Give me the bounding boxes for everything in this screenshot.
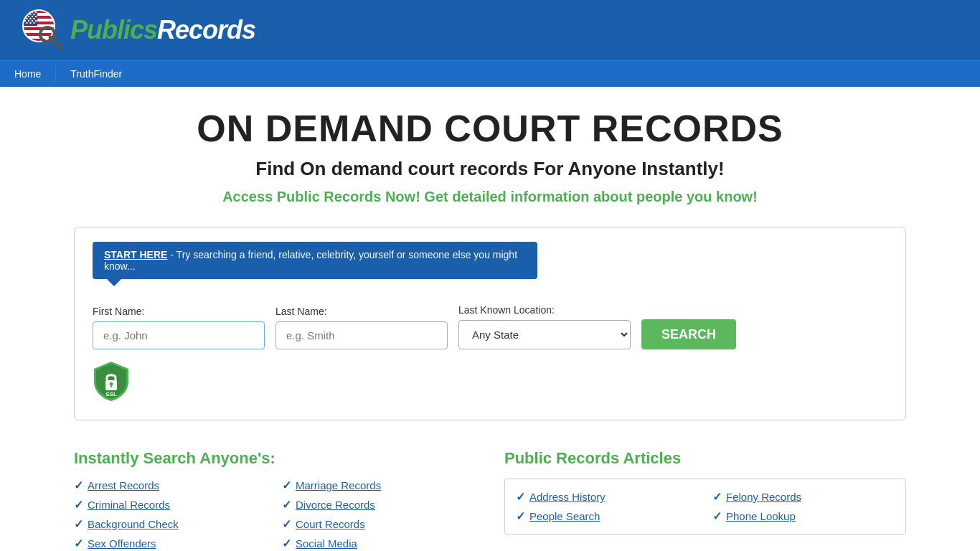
page-headline: ON DEMAND COURT RECORDS — [74, 108, 906, 149]
left-section: Instantly Search Anyone's: ✓ Arrest Reco… — [74, 449, 476, 550]
svg-point-14 — [24, 11, 26, 13]
list-item: ✓ People Search — [516, 509, 698, 523]
checkmark-icon: ✓ — [74, 498, 83, 512]
location-label: Last Known Location: — [458, 304, 631, 316]
list-item: ✓ Divorce Records — [282, 498, 476, 512]
start-here-banner: START HERE - Try searching a friend, rel… — [93, 242, 537, 279]
svg-point-25 — [26, 18, 27, 19]
records-grid: ✓ Arrest Records ✓ Marriage Records ✓ Cr… — [74, 479, 476, 550]
svg-point-30 — [32, 20, 33, 22]
address-history-link[interactable]: Address History — [529, 491, 606, 503]
last-name-group: Last Name: — [275, 306, 448, 349]
phone-lookup-link[interactable]: Phone Lookup — [726, 510, 796, 522]
svg-point-34 — [33, 22, 34, 24]
checkmark-icon: ✓ — [282, 479, 291, 492]
people-search-link[interactable]: People Search — [529, 510, 600, 522]
articles-box: ✓ Address History ✓ Felony Records ✓ Peo… — [504, 479, 906, 534]
checkmark-icon: ✓ — [282, 498, 291, 512]
start-here-bold: START HERE — [104, 249, 167, 260]
svg-point-32 — [26, 22, 27, 24]
svg-point-22 — [28, 16, 29, 17]
list-item: ✓ Criminal Records — [74, 498, 268, 512]
svg-point-29 — [28, 20, 29, 22]
list-item: ✓ Social Media — [282, 537, 476, 550]
logo-text: PublicsRecords — [70, 15, 255, 45]
search-container: START HERE - Try searching a friend, rel… — [74, 227, 906, 420]
page-subheadline: Find On demand court records For Anyone … — [74, 158, 906, 180]
search-button[interactable]: SEARCH — [641, 319, 736, 349]
left-section-title: Instantly Search Anyone's: — [74, 449, 476, 468]
svg-rect-9 — [23, 30, 55, 33]
logo[interactable]: PublicsRecords — [22, 9, 255, 52]
divorce-records-link[interactable]: Divorce Records — [296, 499, 375, 511]
site-header: PublicsRecords — [0, 0, 980, 60]
main-content: ON DEMAND COURT RECORDS Find On demand c… — [60, 87, 920, 551]
articles-grid: ✓ Address History ✓ Felony Records ✓ Peo… — [516, 490, 895, 523]
svg-point-19 — [29, 14, 31, 15]
svg-point-17 — [35, 11, 37, 13]
checkmark-icon: ✓ — [282, 517, 291, 531]
first-name-input[interactable] — [93, 321, 265, 349]
first-name-label: First Name: — [93, 306, 265, 317]
location-group: Last Known Location: Any State Alabama A… — [458, 304, 631, 349]
list-item: ✓ Phone Lookup — [712, 509, 895, 523]
list-item: ✓ Arrest Records — [74, 479, 268, 492]
felony-records-link[interactable]: Felony Records — [726, 491, 801, 503]
checkmark-icon: ✓ — [74, 479, 83, 492]
ssl-shield-icon: SSL — [93, 360, 130, 402]
court-records-link[interactable]: Court Records — [296, 518, 365, 530]
first-name-group: First Name: — [93, 306, 265, 349]
bottom-sections: Instantly Search Anyone's: ✓ Arrest Reco… — [74, 449, 906, 550]
svg-point-27 — [33, 18, 34, 19]
ssl-badge: SSL — [93, 360, 887, 402]
list-item: ✓ Address History — [516, 490, 698, 504]
svg-point-26 — [29, 18, 31, 19]
list-item: ✓ Background Check — [74, 517, 268, 531]
access-text: Access Public Records Now! Get detailed … — [74, 189, 906, 205]
nav-truthfinder[interactable]: TruthFinder — [56, 61, 136, 87]
last-name-label: Last Name: — [275, 306, 448, 317]
checkmark-icon: ✓ — [712, 509, 722, 523]
svg-point-20 — [33, 14, 34, 15]
checkmark-icon: ✓ — [712, 490, 722, 504]
criminal-records-link[interactable]: Criminal Records — [88, 499, 170, 511]
checkmark-icon: ✓ — [516, 490, 525, 504]
list-item: ✓ Felony Records — [712, 490, 895, 504]
list-item: ✓ Court Records — [282, 517, 476, 531]
svg-point-23 — [32, 16, 33, 17]
state-select[interactable]: Any State Alabama Alaska Arizona Arkansa… — [458, 320, 631, 349]
svg-text:SSL: SSL — [105, 391, 117, 397]
sex-offenders-link[interactable]: Sex Offenders — [88, 537, 156, 550]
logo-icon — [22, 9, 65, 52]
right-section: Public Records Articles ✓ Address Histor… — [504, 449, 906, 550]
last-name-input[interactable] — [275, 321, 448, 349]
svg-rect-40 — [110, 384, 112, 387]
checkmark-icon: ✓ — [282, 537, 291, 550]
list-item: ✓ Sex Offenders — [74, 537, 268, 550]
list-item: ✓ Marriage Records — [282, 479, 476, 492]
svg-point-33 — [29, 22, 31, 24]
svg-point-31 — [35, 20, 37, 22]
arrest-records-link[interactable]: Arrest Records — [88, 479, 159, 491]
marriage-records-link[interactable]: Marriage Records — [296, 479, 381, 491]
right-section-title: Public Records Articles — [504, 449, 906, 468]
nav-home[interactable]: Home — [0, 61, 55, 87]
svg-point-24 — [35, 16, 37, 17]
checkmark-icon: ✓ — [516, 509, 525, 523]
background-check-link[interactable]: Background Check — [88, 518, 179, 530]
checkmark-icon: ✓ — [74, 517, 83, 531]
search-fields: First Name: Last Name: Last Known Locati… — [93, 304, 887, 349]
social-media-link[interactable]: Social Media — [296, 537, 357, 550]
checkmark-icon: ✓ — [74, 537, 83, 550]
main-nav: Home TruthFinder — [0, 60, 980, 87]
